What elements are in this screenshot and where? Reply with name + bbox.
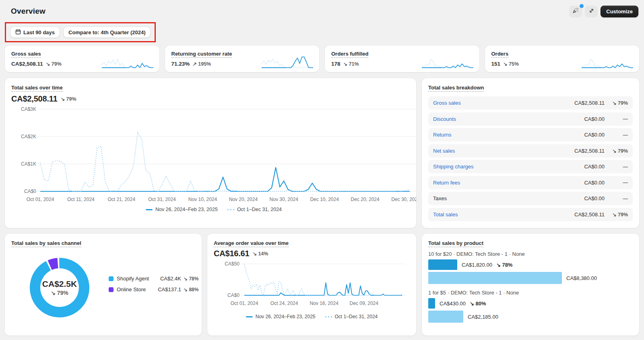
svg-text:Dec 10, 2024: Dec 10, 2024 <box>310 197 339 202</box>
metric-sparkline <box>581 54 634 69</box>
bar-delta-label: ↘ 80% <box>470 301 486 307</box>
product-compare-bar[interactable] <box>428 311 463 323</box>
svg-text:CA$2K: CA$2K <box>21 134 36 139</box>
metric-card-returning-customer-rate: Returning customer rate 71.23% ↗ 195% <box>165 46 320 72</box>
metric-sparkline <box>261 54 314 69</box>
breakdown-link[interactable]: Total sales <box>433 211 458 218</box>
bottom-row: Total sales by sales channel CA$2.5K ↘ 7… <box>5 234 639 336</box>
breakdown-rows: Gross sales CA$2,508.11 ↘ 79% Discounts … <box>428 96 633 221</box>
breakdown-link[interactable]: Gross sales <box>433 100 461 106</box>
metric-title[interactable]: Returning customer rate <box>171 51 232 58</box>
total-sales-breakdown-card: Total sales breakdown Gross sales CA$2,5… <box>422 78 639 228</box>
chart-title[interactable]: Total sales over time <box>11 85 63 92</box>
breakdown-row-discounts: Discounts CA$0.00 — <box>428 112 633 126</box>
svg-text:CA$0: CA$0 <box>227 292 239 298</box>
breakdown-row-returns: Returns CA$0.00 — <box>428 128 633 141</box>
svg-text:Dec 30, 2024: Dec 30, 2024 <box>391 197 416 202</box>
svg-text:Nov 10, 2024: Nov 10, 2024 <box>188 197 217 202</box>
customize-button[interactable]: Customize <box>601 6 638 17</box>
svg-text:Nov 30, 2024: Nov 30, 2024 <box>270 197 299 202</box>
total-sales-line-chart[interactable]: CA$3KCA$2KCA$1KCA$0Oct 01, 2024Oct 11, 2… <box>11 104 416 204</box>
chart-delta: ↘ 79% <box>61 96 76 102</box>
breakdown-row-gross-sales: Gross sales CA$2,508.11 ↘ 79% <box>428 96 633 110</box>
product-current-bar-row: CA$430.00 ↘ 80% <box>428 298 633 309</box>
sales-channel-legend: Shopify Agent CA$2.4K ↘ 78% Online Store… <box>109 276 198 292</box>
svg-text:Oct 11, 2024: Oct 11, 2024 <box>67 197 95 202</box>
legend-dotted-swatch <box>325 316 332 317</box>
breakdown-amount: CA$2,508.11 <box>574 211 605 218</box>
annotation-red-box: Last 90 days Compare to: 4th Quarter (20… <box>5 22 156 42</box>
insights-button[interactable] <box>569 6 582 17</box>
breakdown-link[interactable]: Returns <box>433 132 452 138</box>
aov-legend: Nov 26, 2024–Feb 23, 2025 Oct 1–Dec 31, … <box>214 314 410 319</box>
metric-card-gross-sales: Gross sales CA$2,508.11 ↘ 79% <box>5 46 159 72</box>
metric-title[interactable]: Orders <box>491 51 509 58</box>
donut-center: CA$2.5K ↘ 79% <box>24 252 95 323</box>
legend-current-label: Nov 26, 2024–Feb 23, 2025 <box>256 314 316 319</box>
breakdown-link[interactable]: Discounts <box>433 116 456 122</box>
metric-delta: ↘ 75% <box>503 61 519 67</box>
metric-delta: ↘ 71% <box>343 61 359 67</box>
breakdown-row-taxes: Taxes CA$0.00 — <box>428 192 633 205</box>
sales-channel-title[interactable]: Total sales by sales channel <box>11 240 81 247</box>
metric-title[interactable]: Gross sales <box>11 51 41 58</box>
metric-value: 71.23% <box>171 61 190 67</box>
metric-value: CA$2,508.11 <box>11 61 43 67</box>
metric-delta: ↗ 195% <box>192 61 211 67</box>
legend-compare-label: Oct 1–Dec 31, 2024 <box>237 207 282 212</box>
product-current-bar-row: CA$1,820.00 ↘ 78% <box>428 259 633 270</box>
aov-delta: ↘ 14% <box>252 251 268 257</box>
expand-button[interactable] <box>585 6 598 17</box>
product-group: 1 for $5 · DEMO: Tech Store - 1 · None C… <box>428 290 633 323</box>
compare-to-label: Compare to: 4th Quarter (2024) <box>68 29 145 35</box>
svg-text:Nov 16, 2024: Nov 16, 2024 <box>310 301 339 306</box>
date-range-button[interactable]: Last 90 days <box>10 27 60 38</box>
product-current-bar[interactable] <box>428 259 457 270</box>
legend-name: Online Store <box>117 286 156 292</box>
legend-row-online-store: Online Store CA$137.1 ↘ 88% <box>109 286 198 292</box>
bar-value-label: CA$1,820.00 <box>462 262 492 268</box>
donut-center-value: CA$2.5K <box>42 279 77 289</box>
legend-name: Shopify Agent <box>117 276 156 282</box>
breakdown-link[interactable]: Return fees <box>433 180 460 186</box>
aov-title[interactable]: Average order value over time <box>214 240 289 247</box>
breakdown-amount: CA$0.00 <box>584 132 605 138</box>
metric-card-orders: Orders 151 ↘ 75% <box>485 46 640 72</box>
svg-text:Dec 20, 2024: Dec 20, 2024 <box>351 197 380 202</box>
breakdown-link[interactable]: Shipping charges <box>433 164 473 170</box>
legend-delta: ↘ 88% <box>184 287 198 292</box>
metric-sparkline <box>421 54 474 69</box>
breakdown-title[interactable]: Total sales breakdown <box>428 85 484 92</box>
metric-title[interactable]: Orders fulfilled <box>331 51 368 58</box>
aov-line-chart[interactable]: CA$50CA$0Oct 01, 2024Oct 24, 2024Nov 16,… <box>214 258 405 311</box>
compare-to-button[interactable]: Compare to: 4th Quarter (2024) <box>63 27 151 38</box>
legend-row-shopify-agent: Shopify Agent CA$2.4K ↘ 78% <box>109 276 198 282</box>
product-compare-bar-row: CA$8,380.00 <box>428 272 633 284</box>
svg-text:Oct 01, 2024: Oct 01, 2024 <box>231 301 258 306</box>
donut-center-delta: ↘ 79% <box>51 290 68 296</box>
legend-swatch <box>109 276 114 281</box>
svg-text:Dec 09, 2024: Dec 09, 2024 <box>350 301 379 306</box>
breakdown-row-net-sales: Net sales CA$2,508.11 ↘ 79% <box>428 144 633 158</box>
svg-text:Oct 31, 2024: Oct 31, 2024 <box>148 197 176 202</box>
product-current-bar[interactable] <box>428 298 435 309</box>
bar-value-label: CA$2,185.00 <box>468 314 498 320</box>
legend-value: CA$2.4K <box>156 276 181 282</box>
breakdown-link[interactable]: Net sales <box>433 148 455 154</box>
donut-chart[interactable]: CA$2.5K ↘ 79% <box>24 252 95 323</box>
product-name: 1 for $5 · DEMO: Tech Store - 1 · None <box>428 290 633 296</box>
topbar: Overview Customize <box>0 0 644 18</box>
bar-value-label: CA$8,380.00 <box>566 275 597 281</box>
legend-solid-swatch <box>246 316 253 317</box>
legend-value: CA$137.1 <box>156 286 181 292</box>
bar-value-label: CA$430.00 <box>440 301 466 307</box>
breakdown-delta: — <box>605 164 628 170</box>
bar-delta-label: ↘ 78% <box>496 262 513 268</box>
aov-value: CA$16.61 <box>214 249 249 258</box>
product-compare-bar[interactable] <box>428 272 562 284</box>
svg-text:Oct 21, 2024: Oct 21, 2024 <box>107 197 135 202</box>
products-title[interactable]: Total sales by product <box>428 240 483 247</box>
page-title: Overview <box>11 7 45 16</box>
breakdown-delta: ↘ 79% <box>605 100 628 106</box>
total-sales-over-time-card: Total sales over time CA$2,508.11 ↘ 79% … <box>5 78 416 228</box>
